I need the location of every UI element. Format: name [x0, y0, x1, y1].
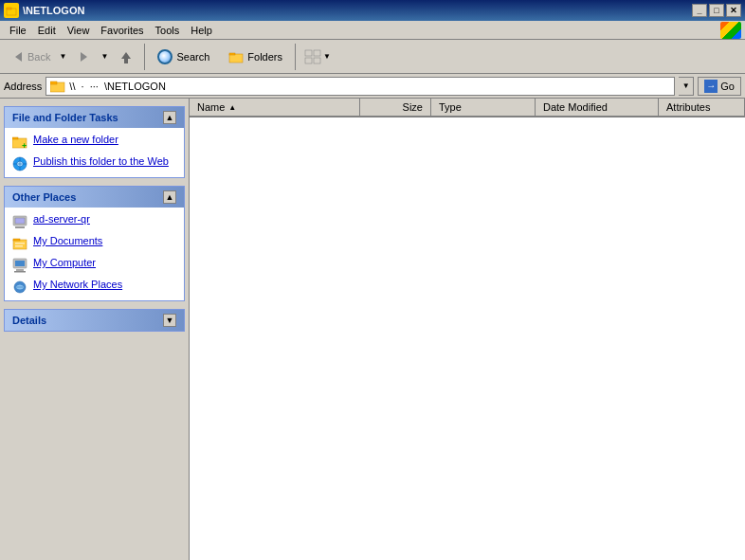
svg-rect-15	[12, 137, 18, 139]
my-computer-item[interactable]: My Computer	[12, 257, 176, 273]
up-icon	[118, 49, 134, 64]
menu-edit[interactable]: Edit	[32, 23, 62, 38]
menu-help[interactable]: Help	[185, 23, 218, 38]
maximize-button[interactable]: □	[709, 4, 724, 17]
title-bar-controls: _ □ ✕	[692, 4, 741, 17]
column-date[interactable]: Date Modified	[536, 99, 659, 116]
file-list-header: Name ▲ Size Type Date Modified Attribute…	[190, 99, 745, 117]
svg-rect-11	[314, 58, 320, 63]
svg-rect-7	[229, 53, 235, 55]
column-date-label: Date Modified	[543, 101, 608, 113]
file-tasks-header[interactable]: File and Folder Tasks ▲	[5, 107, 184, 128]
svg-rect-29	[16, 269, 24, 271]
main-content: File and Folder Tasks ▲ + Make a new fol…	[0, 99, 745, 560]
toolbar-separator-2	[295, 44, 296, 70]
svg-rect-22	[15, 226, 25, 228]
forward-icon	[77, 49, 92, 64]
my-documents-label: My Documents	[33, 235, 102, 246]
back-nav: Back ▼	[4, 45, 68, 69]
address-label: Address	[4, 81, 42, 92]
details-header[interactable]: Details ▼	[5, 310, 184, 331]
back-icon	[10, 49, 26, 64]
other-places-collapse[interactable]: ▲	[163, 190, 176, 204]
other-places-title: Other Places	[12, 191, 76, 203]
my-documents-item[interactable]: My Documents	[12, 235, 176, 251]
svg-rect-30	[14, 271, 26, 273]
go-label: Go	[720, 81, 735, 92]
go-button[interactable]: → Go	[698, 77, 741, 96]
file-area: Name ▲ Size Type Date Modified Attribute…	[190, 99, 745, 560]
new-folder-label: Make a new folder	[33, 134, 118, 145]
forward-nav: ▼	[70, 45, 110, 69]
column-type[interactable]: Type	[431, 99, 536, 116]
address-input-wrapper	[45, 77, 675, 96]
column-name[interactable]: Name ▲	[190, 99, 360, 116]
svg-rect-9	[314, 50, 320, 56]
address-bar: Address ▼ → Go	[0, 74, 745, 99]
back-button[interactable]: Back	[4, 45, 57, 69]
svg-rect-8	[305, 50, 312, 56]
new-folder-icon: +	[12, 135, 27, 150]
svg-rect-21	[15, 218, 25, 224]
details-title: Details	[12, 315, 46, 326]
file-tasks-collapse[interactable]: ▲	[163, 111, 176, 124]
svg-rect-26	[15, 245, 23, 247]
address-input[interactable]	[69, 81, 670, 92]
menu-tools[interactable]: Tools	[150, 23, 186, 38]
publish-item[interactable]: Publish this folder to the Web	[12, 155, 176, 172]
menu-favorites[interactable]: Favorites	[95, 23, 149, 38]
folders-button[interactable]: Folders	[220, 42, 291, 72]
file-tasks-content: + Make a new folder Publish th	[5, 128, 184, 177]
views-icon	[304, 49, 321, 64]
menu-bar: File Edit View Favorites Tools Help	[0, 21, 745, 40]
server-label: ad-server-qr	[33, 213, 90, 225]
address-folder-icon	[50, 80, 65, 93]
details-section: Details ▼	[4, 309, 185, 332]
other-places-header[interactable]: Other Places ▲	[5, 187, 184, 208]
svg-rect-6	[229, 54, 243, 63]
sidebar: File and Folder Tasks ▲ + Make a new fol…	[0, 99, 190, 560]
svg-rect-24	[13, 239, 20, 241]
close-button[interactable]: ✕	[726, 4, 741, 17]
menu-file[interactable]: File	[4, 23, 32, 38]
my-documents-icon	[12, 236, 27, 251]
back-dropdown[interactable]: ▼	[57, 46, 68, 67]
windows-logo	[720, 22, 741, 39]
column-attributes[interactable]: Attributes	[659, 99, 745, 116]
my-network-icon	[12, 280, 27, 295]
svg-rect-25	[15, 243, 25, 244]
svg-text:+: +	[22, 141, 27, 150]
column-attributes-label: Attributes	[666, 101, 710, 113]
menu-view[interactable]: View	[62, 23, 96, 38]
svg-rect-10	[305, 58, 312, 63]
views-dropdown: ▼	[323, 52, 331, 61]
forward-button[interactable]	[70, 45, 99, 69]
toolbar-separator-1	[144, 44, 145, 70]
svg-rect-1	[7, 8, 11, 9]
title-bar-left: \NETLOGON	[4, 3, 84, 18]
title-bar: \NETLOGON _ □ ✕	[0, 0, 745, 21]
up-button[interactable]	[112, 45, 140, 69]
new-folder-item[interactable]: + Make a new folder	[12, 134, 176, 150]
column-size[interactable]: Size	[360, 99, 431, 116]
svg-rect-28	[15, 261, 25, 266]
my-network-item[interactable]: My Network Places	[12, 279, 176, 295]
back-label: Back	[27, 51, 50, 63]
other-places-content: ad-server-qr My Documents	[5, 208, 184, 300]
details-collapse[interactable]: ▼	[163, 314, 176, 327]
column-type-label: Type	[439, 101, 462, 113]
search-icon	[157, 49, 173, 64]
server-item[interactable]: ad-server-qr	[12, 213, 176, 229]
other-places-section: Other Places ▲ ad-server-qr	[4, 186, 185, 301]
window-icon	[4, 3, 19, 18]
views-button[interactable]: ▼	[300, 42, 336, 72]
my-computer-label: My Computer	[33, 257, 96, 268]
search-button[interactable]: Search	[149, 42, 218, 72]
my-computer-icon	[12, 258, 27, 273]
publish-label: Publish this folder to the Web	[33, 155, 169, 167]
folders-label: Folders	[247, 51, 282, 63]
address-dropdown[interactable]: ▼	[679, 77, 694, 96]
forward-dropdown[interactable]: ▼	[99, 46, 110, 67]
minimize-button[interactable]: _	[692, 4, 707, 17]
folders-icon	[228, 49, 244, 64]
